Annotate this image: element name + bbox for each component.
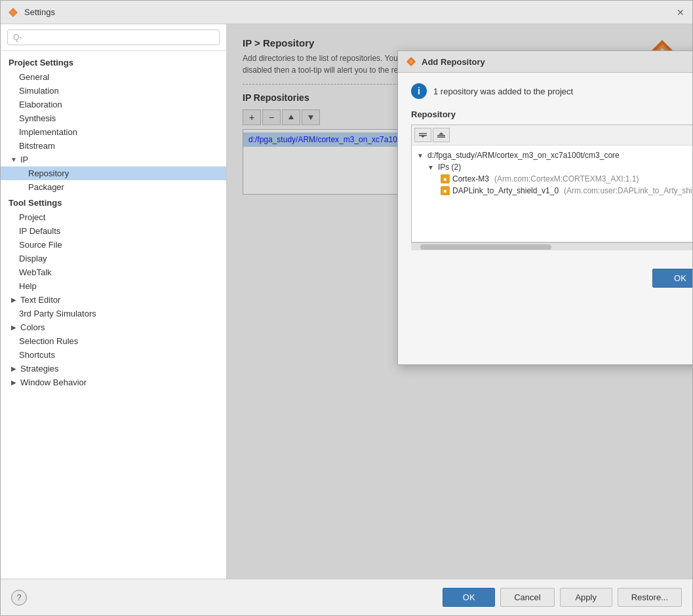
ips-expand-arrow: ▼ [427, 164, 434, 171]
bottom-bar: ? OK Cancel Apply Restore... [1, 579, 692, 615]
app-icon [7, 7, 19, 18]
sidebar-item-project[interactable]: Project [1, 210, 226, 224]
sidebar-item-general[interactable]: General [1, 70, 226, 84]
sidebar-text-editor-label: Text Editor [20, 295, 60, 305]
repo-root-item[interactable]: ▼ d:/fpga_study/ARM/cortex_m3_on_xc7a100… [414, 149, 692, 161]
ip1-detail: (Arm.com:CortexM:CORTEXM3_AXI:1.1) [494, 174, 639, 183]
sidebar-item-simulation[interactable]: Simulation [1, 84, 226, 98]
close-button[interactable]: ✕ [675, 7, 686, 18]
dialog-app-icon [406, 56, 416, 67]
svg-marker-14 [439, 132, 444, 135]
titlebar-left: Settings [7, 7, 55, 18]
sidebar-ip-label: IP [20, 155, 28, 164]
help-button[interactable]: ? [11, 590, 27, 606]
apply-button[interactable]: Apply [560, 588, 612, 607]
sidebar-item-3rd-party[interactable]: 3rd Party Simulators [1, 307, 226, 320]
repo-tree-container: ▼ d:/fpga_study/ARM/cortex_m3_on_xc7a100… [411, 125, 692, 242]
repo-expand-arrow: ▼ [417, 152, 424, 159]
info-row: i 1 repository was added to the project [411, 83, 692, 99]
sidebar-colors-label: Colors [20, 322, 45, 332]
svg-marker-11 [420, 136, 426, 138]
ip1-icon: ■ [441, 174, 450, 183]
sidebar-window-behavior-label: Window Behavior [20, 377, 87, 387]
dialog-titlebar: Add Repository ✕ [398, 51, 692, 73]
sidebar: Project Settings General Simulation Elab… [1, 24, 227, 579]
window-title: Settings [24, 7, 55, 17]
project-settings-header: Project Settings [1, 54, 226, 70]
dialog-title-left: Add Repository [406, 56, 485, 67]
sidebar-item-bitstream[interactable]: Bitstream [1, 139, 226, 153]
sidebar-group-strategies[interactable]: ▶ Strategies [1, 362, 226, 375]
ok-button[interactable]: OK [443, 588, 495, 607]
restore-button[interactable]: Restore... [618, 588, 682, 607]
expand-all-button[interactable] [433, 128, 450, 142]
ip1-item: ■ Cortex-M3 (Arm.com:CortexM:CORTEXM3_AX… [414, 173, 692, 185]
repo-path: d:/fpga_study/ARM/cortex_m3_on_xc7a100t/… [427, 151, 620, 160]
info-icon: i [411, 83, 427, 99]
dialog-ok-button[interactable]: OK [652, 269, 692, 288]
sidebar-group-text-editor[interactable]: ▶ Text Editor [1, 293, 226, 307]
sidebar-item-webtalk[interactable]: WebTalk [1, 265, 226, 279]
dialog-overlay: Add Repository ✕ i 1 repository was adde… [227, 24, 692, 579]
svg-rect-13 [437, 137, 445, 138]
collapse-all-button[interactable] [414, 128, 431, 142]
sidebar-item-packager[interactable]: Packager [1, 180, 226, 194]
ip2-item: ■ DAPLink_to_Arty_shield_v1_0 (Arm.com:u… [414, 185, 692, 197]
scrollbar-thumb[interactable] [420, 244, 551, 250]
text-editor-expand-arrow: ▶ [10, 296, 18, 304]
sidebar-item-implementation[interactable]: Implementation [1, 125, 226, 139]
svg-rect-9 [419, 133, 427, 134]
dialog-body: i 1 repository was added to the project … [398, 73, 692, 261]
sidebar-group-colors[interactable]: ▶ Colors [1, 320, 226, 334]
sidebar-item-display[interactable]: Display [1, 252, 226, 265]
repo-tree-content: ▼ d:/fpga_study/ARM/cortex_m3_on_xc7a100… [412, 145, 692, 201]
sidebar-tree: Project Settings General Simulation Elab… [1, 51, 226, 579]
window-behavior-expand-arrow: ▶ [10, 379, 18, 387]
sidebar-item-elaboration[interactable]: Elaboration [1, 98, 226, 111]
repo-tree-toolbar [412, 125, 692, 145]
sidebar-item-selection-rules[interactable]: Selection Rules [1, 334, 226, 348]
sidebar-group-ip[interactable]: ▼ IP [1, 153, 226, 166]
sidebar-strategies-label: Strategies [20, 364, 59, 374]
colors-expand-arrow: ▶ [10, 324, 18, 332]
dialog-footer: OK [398, 261, 692, 296]
sidebar-item-synthesis[interactable]: Synthesis [1, 111, 226, 125]
ip2-icon: ■ [441, 186, 450, 195]
svg-rect-12 [437, 135, 445, 136]
bottom-left: ? [11, 590, 27, 606]
ips-item[interactable]: ▼ IPs (2) [414, 161, 692, 173]
ip2-detail: (Arm.com:user:DAPLink_to_Arty_shielc [564, 186, 692, 195]
sidebar-item-repository[interactable]: Repository [1, 166, 226, 180]
settings-window: Settings ✕ Project Settings General Simu… [0, 0, 693, 616]
sidebar-item-ip-defaults[interactable]: IP Defaults [1, 224, 226, 238]
horizontal-scrollbar[interactable] [411, 242, 692, 250]
search-input[interactable] [7, 29, 220, 45]
dialog-title: Add Repository [422, 57, 485, 67]
sidebar-group-window-behavior[interactable]: ▶ Window Behavior [1, 375, 226, 389]
bottom-right: OK Cancel Apply Restore... [443, 588, 682, 607]
ip-expand-arrow: ▼ [10, 156, 18, 164]
right-panel: IP > Repository Add directories to the l… [227, 24, 692, 579]
tool-settings-header: Tool Settings [1, 194, 226, 210]
ips-label: IPs (2) [438, 163, 461, 172]
repo-section-title: Repository [411, 109, 692, 119]
ip2-name: DAPLink_to_Arty_shield_v1_0 [452, 186, 559, 195]
sidebar-item-shortcuts[interactable]: Shortcuts [1, 348, 226, 362]
sidebar-item-source-file[interactable]: Source File [1, 238, 226, 252]
main-content: Project Settings General Simulation Elab… [1, 24, 692, 579]
info-message: 1 repository was added to the project [433, 87, 573, 96]
titlebar: Settings ✕ [1, 1, 692, 24]
add-repository-dialog: Add Repository ✕ i 1 repository was adde… [397, 50, 692, 365]
sidebar-item-help[interactable]: Help [1, 279, 226, 293]
strategies-expand-arrow: ▶ [10, 365, 18, 373]
ip1-name: Cortex-M3 [452, 174, 489, 183]
cancel-button[interactable]: Cancel [500, 588, 554, 607]
search-bar [1, 24, 226, 51]
